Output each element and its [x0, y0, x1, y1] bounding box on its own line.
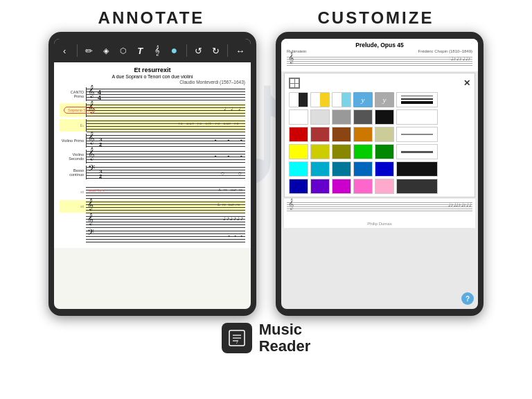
staff-row-bot2: xit 𝄞 & re–sur+re– [60, 200, 245, 213]
customize-title: CUSTOMIZE [318, 8, 434, 28]
swatch-tan[interactable] [375, 127, 394, 142]
color-row-grays [289, 109, 470, 125]
swatch-olive[interactable] [332, 144, 351, 159]
staff-row-bot4: 𝄢 • • • [60, 229, 245, 242]
bottom-staves: 𝄞 ♩♪♩♩♪♩♪♩♩ [287, 201, 472, 220]
circle-tool-icon[interactable]: ● [168, 44, 181, 57]
swatch-y-gray[interactable]: y [375, 92, 394, 107]
color-row-yellows [289, 144, 470, 159]
swatch-yellow[interactable] [289, 144, 308, 159]
polygon-icon[interactable]: ⬡ [116, 46, 130, 55]
composer-label: Frédéric Chopin (1810–1849) [418, 49, 472, 53]
customize-score-title: Prelude, Opus 45 [287, 42, 472, 48]
color-row-purples [289, 179, 470, 194]
left-tablet: ‹ ✏ ◈ ⬡ T 𝄞 ● ↺ ↻ ↔ Et resurrexit [48, 32, 256, 316]
main-container: ♪ ANNOTATE CUSTOMIZE ‹ ✏ ◈ ⬡ T 𝄞 ● ↺ [0, 0, 532, 399]
pencil-icon[interactable]: ✏ [82, 46, 96, 56]
swatch-black[interactable] [375, 109, 394, 125]
arrow-icon[interactable]: ↔ [233, 46, 247, 56]
right-tablet: Prelude, Opus 45 Rubinstein Frédéric Cho… [276, 32, 484, 316]
grid-icon[interactable] [289, 78, 300, 89]
swatch-yellow-white[interactable] [310, 92, 330, 107]
swatch-darkred[interactable] [310, 127, 330, 142]
swatch-navy[interactable] [289, 179, 308, 194]
swatch-line3[interactable] [396, 127, 438, 142]
highlight-icon[interactable]: ◈ [100, 46, 113, 55]
color-panel: ✕ y y [284, 73, 475, 197]
staff-label-2h: E♭ [60, 123, 86, 127]
swatch-line6[interactable] [396, 179, 438, 194]
swatch-lightgray[interactable] [310, 109, 330, 125]
staff-row-bc: Basso continuo 𝄢 3 2 ○ ○ [60, 166, 245, 179]
wait-text: wait for it... [89, 188, 109, 193]
header-row: ANNOTATE CUSTOMIZE [0, 0, 532, 32]
undo-icon[interactable]: ↺ [192, 46, 205, 56]
staff-row-soprano: Soprano Sec. Soprano 𝄞 ♩ ♩ ♩ [60, 103, 245, 117]
swatch-line4[interactable] [396, 144, 438, 159]
annotate-title: ANNOTATE [98, 8, 205, 28]
swatch-darkgray[interactable] [353, 109, 373, 125]
app-logo-icon: ♪ [222, 323, 252, 353]
swatch-darkcyan[interactable] [310, 161, 330, 177]
swatch-line5[interactable] [396, 161, 438, 177]
staff-label-vs: Violino Secondo [60, 152, 86, 161]
close-button[interactable]: ✕ [463, 78, 470, 88]
customize-score-meta: Rubinstein Frédéric Chopin (1810–1849) [287, 49, 472, 53]
staff-label-1: CANTO Primo [60, 90, 86, 98]
score-composer: Claudio Monteverdi (1567–1643) [60, 80, 245, 85]
tablets-row: ‹ ✏ ◈ ⬡ T 𝄞 ● ↺ ↻ ↔ Et resurrexit [35, 32, 497, 316]
redo-icon[interactable]: ↻ [209, 46, 222, 56]
swatch-darkyellow[interactable] [310, 144, 330, 159]
toolbar: ‹ ✏ ◈ ⬡ T 𝄞 ● ↺ ↻ ↔ [54, 39, 251, 62]
annotation-bubble: Soprano Sec. [64, 107, 95, 114]
staff-row-bot3: 𝄞 ♩♪♩♪♩♪ [60, 215, 245, 227]
toolbar-sep-3 [227, 44, 228, 57]
swatch-darkgreen[interactable] [375, 144, 394, 159]
back-button[interactable]: ‹ [58, 46, 71, 56]
swatch-darkblue[interactable] [375, 161, 394, 177]
staff-row-2h: E♭ re–sur–re–xit re–sur–re– [60, 119, 245, 132]
swatch-cyan[interactable] [289, 161, 308, 177]
staff-row-bot1: xit wait for it... & re– sur–re [60, 186, 245, 198]
swatch-white[interactable] [289, 109, 308, 125]
swatch-blue[interactable] [353, 161, 373, 177]
color-row-reds [289, 127, 470, 142]
swatch-lightpink[interactable] [375, 179, 394, 194]
toolbar-sep-2 [186, 44, 187, 57]
footer: ♪ Music Reader [222, 321, 311, 355]
swatch-line2[interactable] [396, 109, 438, 125]
color-row-cyans [289, 161, 470, 177]
help-button[interactable]: ? [461, 292, 474, 305]
color-row-special: y y [289, 92, 470, 107]
svg-text:♪: ♪ [236, 340, 238, 344]
swatch-cyan-white[interactable] [332, 92, 351, 107]
line-styles[interactable] [396, 92, 438, 107]
score-title: Et resurrexit [60, 66, 245, 73]
app-name-line2: Reader [259, 338, 311, 355]
swatch-magenta[interactable] [332, 179, 351, 194]
swatch-red[interactable] [289, 127, 308, 142]
staff-row-vp: Violino Primo 𝄞 3 2 • • • [60, 134, 245, 148]
swatch-pink[interactable] [353, 179, 373, 194]
swatch-y-blue[interactable]: y [353, 92, 373, 107]
swatch-brown[interactable] [332, 127, 351, 142]
swatch-orange[interactable] [353, 127, 373, 142]
mini-staves: 𝄞 ♩♪♩♪♩♩♪ [287, 55, 472, 70]
app-name-line1: Music [259, 321, 311, 338]
swatch-green[interactable] [353, 144, 373, 159]
swatch-teal[interactable] [332, 161, 351, 177]
swatch-black-white[interactable] [289, 92, 308, 107]
swatch-midgray[interactable] [332, 109, 351, 125]
swatch-purple[interactable] [310, 179, 330, 194]
right-screen: Prelude, Opus 45 Rubinstein Frédéric Cho… [281, 39, 478, 309]
staff-label-bot2: xit [60, 204, 86, 209]
score-subtitle: A due Soprani o Tenori con due violini [60, 74, 245, 79]
text-icon[interactable]: T [134, 46, 147, 56]
customize-score-bottom: 𝄞 ♩♪♩♩♪♩♪♩♩ Philip Dumas [284, 199, 475, 228]
app-name: Music Reader [259, 321, 311, 355]
score-area: Et resurrexit A due Soprani o Tenori con… [54, 62, 251, 248]
staff-label-bc: Basso continuo [60, 168, 86, 177]
music-tool-icon[interactable]: 𝄞 [151, 45, 164, 56]
left-screen: ‹ ✏ ◈ ⬡ T 𝄞 ● ↺ ↻ ↔ Et resurrexit [54, 39, 251, 309]
staff-row-vs: Violino Secondo 𝄞 • • • [60, 150, 245, 163]
